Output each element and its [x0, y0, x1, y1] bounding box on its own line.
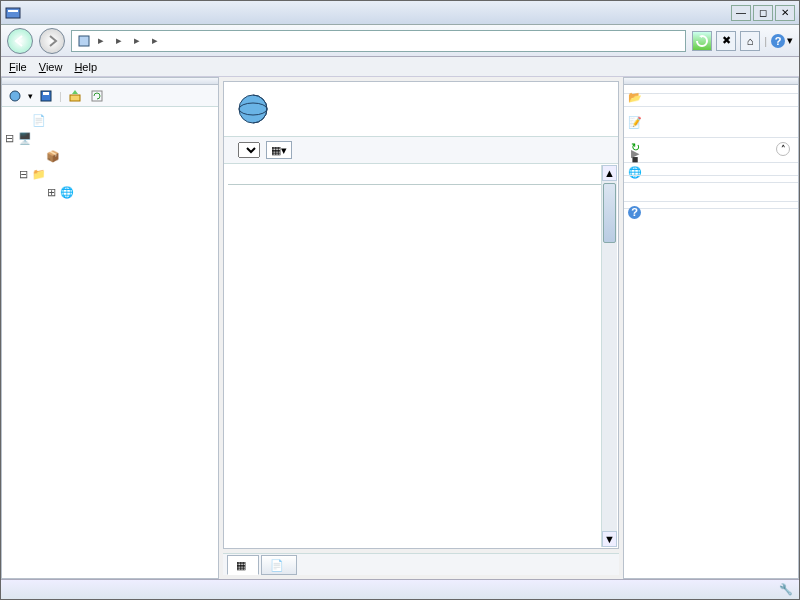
menubar: File View Help: [1, 57, 799, 77]
features-view-icon: ▦: [236, 559, 246, 572]
help-dropdown[interactable]: ? ▾: [771, 31, 793, 51]
tree-server[interactable]: ⊟🖥️: [4, 129, 216, 147]
refresh-tree-button[interactable]: [88, 87, 106, 105]
up-button[interactable]: [66, 87, 84, 105]
scroll-thumb[interactable]: [603, 183, 616, 243]
menu-file[interactable]: File: [9, 61, 27, 73]
minimize-button[interactable]: ―: [731, 5, 751, 21]
action-stop[interactable]: ■: [624, 156, 798, 162]
site-icon: 🌐: [59, 184, 75, 200]
group-manage-web-site: ˄: [624, 137, 798, 144]
action-online-help[interactable]: [624, 215, 798, 221]
home-button[interactable]: ⌂: [740, 31, 760, 51]
tree-sites[interactable]: ⊟📁: [4, 165, 216, 183]
forward-button[interactable]: [39, 28, 65, 54]
stop-icon: ■: [628, 152, 642, 166]
svg-rect-2: [79, 36, 89, 46]
menu-view[interactable]: View: [39, 61, 63, 73]
connections-panel: ▾ | 📄 ⊟🖥️ 📦 ⊟📁 ⊞🌐: [1, 77, 219, 579]
action-edit-permissions[interactable]: [624, 100, 798, 106]
config-scope-icon: 🔧: [779, 583, 793, 596]
tree-default-web-site[interactable]: ⊞🌐: [4, 183, 216, 201]
sites-icon: 📁: [31, 166, 47, 182]
iis-icon: [5, 5, 21, 21]
tab-content-view[interactable]: 📄: [261, 555, 297, 575]
tab-features-view[interactable]: ▦: [227, 555, 259, 575]
content-view-icon: 📄: [270, 559, 284, 572]
center-panel: ▦▾ ▲ ▼ ▦ 📄: [219, 77, 623, 579]
features-pane: ▲ ▼: [224, 164, 618, 548]
action-help[interactable]: ?: [624, 208, 798, 215]
group-by-bar: ▦▾: [224, 136, 618, 164]
group-edit-site: [624, 106, 798, 113]
view-mode-dropdown[interactable]: ▦▾: [266, 141, 292, 159]
server-icon: [76, 33, 92, 49]
svg-rect-5: [43, 92, 49, 95]
group-by-select[interactable]: [238, 142, 260, 158]
action-explore[interactable]: 📂: [624, 93, 798, 100]
connections-tree: 📄 ⊟🖥️ 📦 ⊟📁 ⊞🌐: [2, 107, 218, 578]
tree-start-page[interactable]: 📄: [4, 111, 216, 129]
svg-rect-6: [70, 95, 80, 101]
group-configure: [624, 182, 798, 189]
actions-panel: 📂 📝 ˄ ↻ ▶ ■ 🌐 ?: [623, 77, 799, 579]
start-page-icon: 📄: [31, 112, 47, 128]
connections-header: [2, 78, 218, 85]
close-button[interactable]: ✕: [775, 5, 795, 21]
server-node-icon: 🖥️: [17, 130, 33, 146]
tree-app-pools[interactable]: 📦: [4, 147, 216, 165]
action-advanced-settings[interactable]: [624, 175, 798, 182]
connect-button[interactable]: [6, 87, 24, 105]
group-browse-web-site: [624, 162, 798, 169]
apppools-icon: 📦: [45, 148, 61, 164]
connections-toolbar: ▾ |: [2, 85, 218, 107]
scroll-down-button[interactable]: ▼: [602, 531, 617, 547]
maximize-button[interactable]: ◻: [753, 5, 773, 21]
actions-header: [624, 78, 798, 85]
stop-nav-button[interactable]: ✖: [716, 31, 736, 51]
action-add-ftp-publishing[interactable]: [624, 201, 798, 208]
menu-help[interactable]: Help: [74, 61, 97, 73]
titlebar: ― ◻ ✕: [1, 1, 799, 25]
save-connections-button[interactable]: [37, 87, 55, 105]
features-scrollbar[interactable]: ▲ ▼: [601, 165, 617, 547]
management-section-header: [228, 176, 616, 185]
statusbar: 🔧: [1, 579, 799, 599]
action-view-virtual-directories[interactable]: [624, 131, 798, 137]
back-button[interactable]: [7, 28, 33, 54]
view-tabs: ▦ 📄: [223, 553, 619, 575]
navbar: ✖ ⌂ | ? ▾: [1, 25, 799, 57]
svg-point-3: [10, 91, 20, 101]
collapse-icon[interactable]: ˄: [776, 142, 790, 156]
globe-icon: [236, 92, 270, 126]
scroll-up-button[interactable]: ▲: [602, 165, 617, 181]
refresh-button[interactable]: [692, 31, 712, 51]
address-bar[interactable]: [71, 30, 686, 52]
svg-rect-0: [6, 8, 20, 18]
svg-rect-1: [8, 10, 18, 12]
